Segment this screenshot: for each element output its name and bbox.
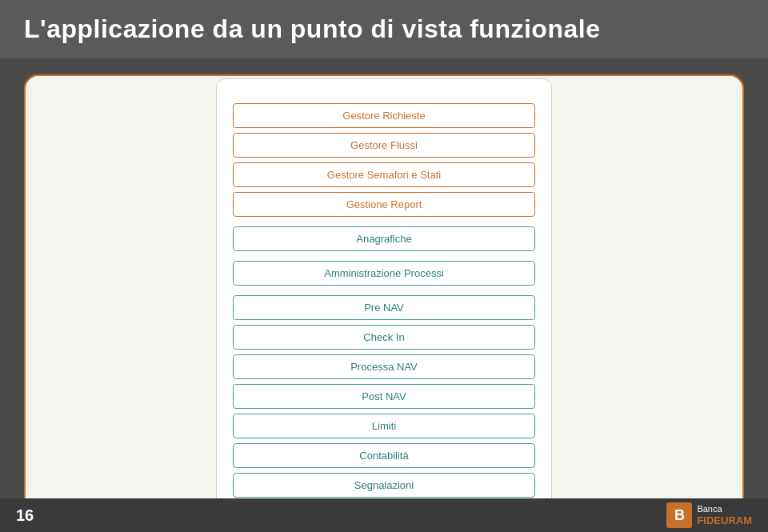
logo-icon: B xyxy=(666,502,692,528)
inner-card: Gestore Richieste Gestore Flussi Gestore… xyxy=(216,78,552,514)
page-number: 16 xyxy=(16,506,34,525)
logo-banca: Banca xyxy=(697,504,722,514)
footer: 16 B Banca FIDEURAM xyxy=(0,498,768,532)
page-title: L'applicazione da un punto di vista funz… xyxy=(24,14,600,44)
module-gestore-flussi[interactable]: Gestore Flussi xyxy=(233,133,535,158)
module-contabilita[interactable]: Contabilità xyxy=(233,443,535,468)
module-check-in[interactable]: Check In xyxy=(233,325,535,350)
module-limiti[interactable]: Limiti xyxy=(233,414,535,438)
logo-symbol: B xyxy=(674,507,685,524)
module-segnalazioni[interactable]: Segnalazioni xyxy=(233,473,535,498)
module-anagrafiche[interactable]: Anagrafiche xyxy=(233,226,535,251)
module-gestore-semafori[interactable]: Gestore Semafori e Stati xyxy=(233,162,535,187)
module-processa-nav[interactable]: Processa NAV xyxy=(233,354,535,379)
header: L'applicazione da un punto di vista funz… xyxy=(0,0,768,58)
logo-text: Banca FIDEURAM xyxy=(697,504,752,527)
logo-area: B Banca FIDEURAM xyxy=(666,502,752,528)
main-content: Gestore Richieste Gestore Flussi Gestore… xyxy=(24,74,744,518)
group-nav: Pre NAV Check In Processa NAV Post NAV L… xyxy=(233,295,535,498)
module-gestione-report[interactable]: Gestione Report xyxy=(233,192,535,217)
module-amministrazione-processi[interactable]: Amministrazione Processi xyxy=(233,261,535,286)
module-pre-nav[interactable]: Pre NAV xyxy=(233,295,535,320)
group-gestore: Gestore Richieste Gestore Flussi Gestore… xyxy=(233,103,535,217)
module-gestore-richieste[interactable]: Gestore Richieste xyxy=(233,103,535,128)
module-post-nav[interactable]: Post NAV xyxy=(233,384,535,409)
group-anagrafiche: Anagrafiche xyxy=(233,226,535,251)
group-amministrazione: Amministrazione Processi xyxy=(233,261,535,286)
logo-fideuram: FIDEURAM xyxy=(697,514,752,527)
